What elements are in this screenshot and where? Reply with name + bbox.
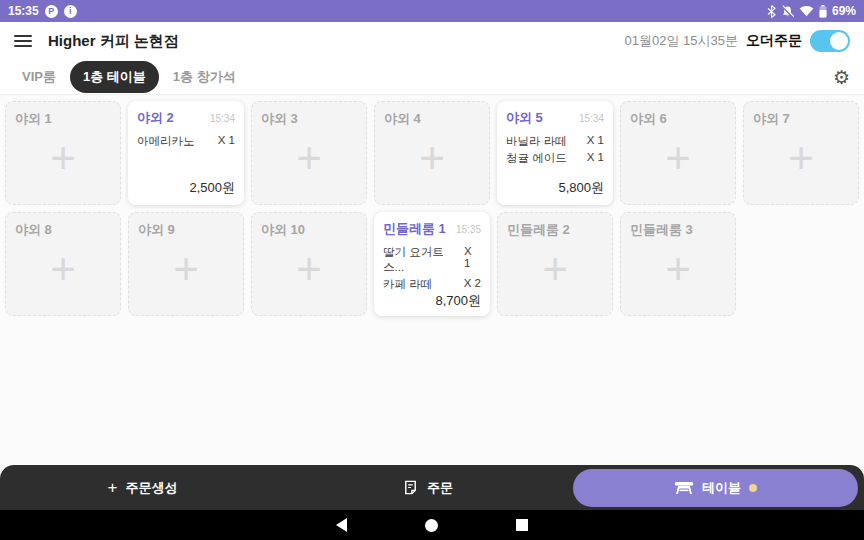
table-card-header: 민들레룸 115:35 xyxy=(383,220,481,238)
bottom-action-bar: + 주문생성 주문 테이블 xyxy=(0,465,864,510)
table-card[interactable]: 야외 10+ xyxy=(251,212,367,316)
order-time: 15:35 xyxy=(456,224,481,235)
header-right: 01월02일 15시35분 오더주문 xyxy=(625,30,850,52)
table-card[interactable]: 야외 9+ xyxy=(128,212,244,316)
status-bar-right: 69% xyxy=(767,4,856,18)
add-order-icon: + xyxy=(507,231,603,307)
add-order-icon: + xyxy=(630,231,726,307)
current-datetime: 01월02일 15시35분 xyxy=(625,32,738,50)
add-order-icon: + xyxy=(384,120,480,196)
order-item: 바닐라 라떼X 1 xyxy=(506,134,604,149)
order-toggle-label: 오더주문 xyxy=(746,32,802,50)
tab-vip-room[interactable]: VIP룸 xyxy=(14,62,64,92)
order-item-name: 바닐라 라떼 xyxy=(506,134,567,149)
order-item-qty: X 1 xyxy=(218,134,235,149)
table-name: 야외 2 xyxy=(137,109,174,127)
table-name: 야외 5 xyxy=(506,109,543,127)
add-order-icon: + xyxy=(753,120,849,196)
active-indicator-dot xyxy=(749,484,757,492)
recents-icon[interactable] xyxy=(516,519,528,531)
notification-icon-info: i xyxy=(64,5,77,18)
create-order-label: 주문생성 xyxy=(125,479,177,497)
order-time: 15:34 xyxy=(579,113,604,124)
battery-icon xyxy=(819,5,827,18)
order-item-name: 딸기 요거트스... xyxy=(383,245,464,275)
order-items: 딸기 요거트스...X 1카페 라떼X 2 xyxy=(383,245,481,292)
add-order-icon: + xyxy=(261,120,357,196)
bluetooth-icon xyxy=(767,5,776,18)
order-item-name: 아메리카노 xyxy=(137,134,195,149)
table-view-button[interactable]: 테이블 xyxy=(573,469,858,507)
store-name: Higher 커피 논현점 xyxy=(48,32,179,51)
add-order-icon: + xyxy=(138,231,234,307)
order-total: 2,500원 xyxy=(137,179,235,197)
order-total: 8,700원 xyxy=(383,292,481,310)
status-bar-left: 15:35 P i xyxy=(8,4,77,18)
notification-icon-p: P xyxy=(45,5,58,18)
battery-percent: 69% xyxy=(832,4,856,18)
add-order-icon: + xyxy=(630,120,726,196)
add-order-icon: + xyxy=(261,231,357,307)
table-card[interactable]: 야외 8+ xyxy=(5,212,121,316)
table-card-header: 야외 215:34 xyxy=(137,109,235,127)
orders-label: 주문 xyxy=(427,479,453,497)
order-items: 바닐라 라떼X 1청귤 에이드X 1 xyxy=(506,134,604,166)
tab-1f-table[interactable]: 1층 테이블 xyxy=(70,61,159,93)
table-card[interactable]: 야외 3+ xyxy=(251,101,367,205)
table-card[interactable]: 야외 6+ xyxy=(620,101,736,205)
settings-gear-icon[interactable]: ⚙ xyxy=(833,68,850,87)
add-order-icon: + xyxy=(15,231,111,307)
app-header: Higher 커피 논현점 01월02일 15시35분 오더주문 xyxy=(0,22,864,60)
order-toggle[interactable] xyxy=(810,30,850,52)
android-nav-bar xyxy=(0,510,864,540)
order-time: 15:34 xyxy=(210,113,235,124)
back-icon[interactable] xyxy=(336,518,347,532)
wifi-icon xyxy=(799,5,814,17)
table-view-label: 테이블 xyxy=(702,479,741,497)
clock: 15:35 xyxy=(8,4,39,18)
create-order-button[interactable]: + 주문생성 xyxy=(0,479,285,497)
order-item-name: 청귤 에이드 xyxy=(506,151,567,166)
order-item: 카페 라떼X 2 xyxy=(383,277,481,292)
orders-button[interactable]: 주문 xyxy=(285,479,570,497)
order-total: 5,800원 xyxy=(506,179,604,197)
floor-tab-bar: VIP룸 1층 테이블 1층 창가석 ⚙ xyxy=(0,60,864,95)
table-icon xyxy=(674,481,694,495)
table-view-section: 테이블 xyxy=(570,465,864,510)
table-card[interactable]: 야외 215:34아메리카노X 12,500원 xyxy=(128,101,244,205)
pos-app: 15:35 P i 69% Higher 커피 논현점 01월02일 15시35… xyxy=(0,0,864,540)
order-item-qty: X 1 xyxy=(587,151,604,166)
toggle-knob xyxy=(830,32,848,50)
add-order-icon: + xyxy=(15,120,111,196)
table-card[interactable]: 야외 515:34바닐라 라떼X 1청귤 에이드X 15,800원 xyxy=(497,101,613,205)
table-card[interactable]: 야외 4+ xyxy=(374,101,490,205)
order-item: 청귤 에이드X 1 xyxy=(506,151,604,166)
plus-icon: + xyxy=(108,479,118,496)
order-item-name: 카페 라떼 xyxy=(383,277,432,292)
tab-1f-window[interactable]: 1층 창가석 xyxy=(165,62,244,92)
order-pad-icon xyxy=(402,479,419,496)
table-card[interactable]: 야외 7+ xyxy=(743,101,859,205)
order-item-qty: X 2 xyxy=(464,277,481,292)
table-card[interactable]: 민들레룸 3+ xyxy=(620,212,736,316)
table-card[interactable]: 민들레룸 2+ xyxy=(497,212,613,316)
order-item: 딸기 요거트스...X 1 xyxy=(383,245,481,275)
status-bar: 15:35 P i 69% xyxy=(0,0,864,22)
table-grid: 야외 1+야외 215:34아메리카노X 12,500원야외 3+야외 4+야외… xyxy=(0,95,864,465)
home-icon[interactable] xyxy=(425,519,438,532)
notifications-off-icon xyxy=(781,5,794,18)
order-items: 아메리카노X 1 xyxy=(137,134,235,149)
table-card-header: 야외 515:34 xyxy=(506,109,604,127)
order-item-qty: X 1 xyxy=(587,134,604,149)
table-card[interactable]: 야외 1+ xyxy=(5,101,121,205)
table-name: 민들레룸 1 xyxy=(383,220,446,238)
menu-icon[interactable] xyxy=(14,35,32,47)
order-item-qty: X 1 xyxy=(464,245,481,275)
order-item: 아메리카노X 1 xyxy=(137,134,235,149)
table-card[interactable]: 민들레룸 115:35딸기 요거트스...X 1카페 라떼X 28,700원 xyxy=(374,212,490,316)
